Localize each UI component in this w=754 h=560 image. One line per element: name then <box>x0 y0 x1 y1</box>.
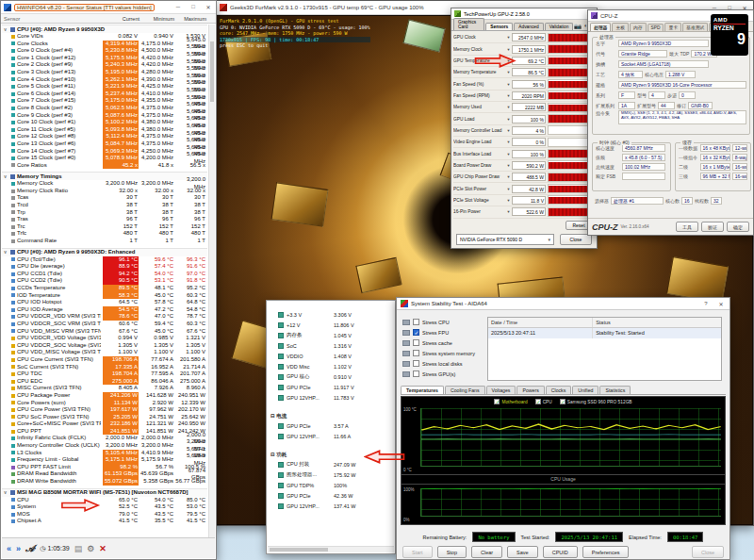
column-status[interactable]: Status <box>593 318 721 327</box>
collapse-icon[interactable]: ∨ <box>2 173 8 181</box>
sensor-row[interactable]: SoC Current (SVI3 TFN) 17.335 A 16.952 A… <box>2 364 207 371</box>
checkbox[interactable] <box>413 319 419 325</box>
close-icon[interactable]: ✕ <box>716 301 726 307</box>
sensor-item[interactable]: GPU PCIe 11.917 V <box>267 382 395 392</box>
camera-icon[interactable]: 📷 <box>574 23 582 29</box>
gpuz-sensor-row[interactable]: Memory Controller Load ▼ 4 % <box>453 125 595 137</box>
cpuz-tab[interactable]: 主板 <box>612 23 629 31</box>
stability-tab[interactable]: Temperatures <box>401 386 444 394</box>
sensor-group-header[interactable]: ⊟ 电流 <box>267 411 395 420</box>
report-icon[interactable]: ▤ <box>74 544 83 553</box>
chevron-down-icon[interactable]: ▼ <box>505 93 512 98</box>
stability-button[interactable]: Stop <box>437 546 467 558</box>
stability-tab[interactable]: Statistics <box>599 386 631 394</box>
settings-gear-icon[interactable]: ⚙ <box>87 544 94 553</box>
sensor-row[interactable]: Tras 96 T 96 T 96 T <box>2 216 207 223</box>
sensor-item[interactable]: GPU 12VHP... 11.66 A <box>267 431 395 441</box>
gpuz-sensor-row[interactable]: PCIe Slot Power ▼ 42.8 W <box>453 183 595 194</box>
sensor-row[interactable]: Memory Clock 3,200.0 MHz 3,200.0 MHz 3,2… <box>2 180 207 188</box>
legend-checkbox[interactable] <box>560 399 566 404</box>
sensor-row[interactable]: Memory Clock Ratio 32.00 x 32.00 x 32.00… <box>2 188 207 195</box>
sensor-row[interactable]: Trfc 480 T 480 T 480 T <box>2 230 207 238</box>
column-minimum[interactable]: Minimum <box>139 16 174 22</box>
gpuz-sensor-row[interactable]: 16-Pin Power ▼ 522.6 W <box>453 206 595 218</box>
close-sensors-icon[interactable]: ✕ <box>99 544 107 553</box>
stress-checkbox-row[interactable]: Stress CPU <box>402 317 475 327</box>
sensor-row[interactable]: Core 15 Clock (perf #0) 5,078.9 MHz 4,20… <box>2 155 207 162</box>
legend-item[interactable]: Samsung SSD 960 PRO 512GB <box>560 399 632 404</box>
minimize-icon[interactable]: ─ <box>173 4 183 10</box>
sensor-row[interactable]: CPU Package Power 241.206 W 141.628 W 24… <box>2 392 207 400</box>
stability-titlebar[interactable]: System Stability Test - AIDA64 ? ✕ <box>397 298 729 310</box>
gpuz-tab[interactable]: Graphics Card <box>453 18 484 30</box>
sensor-row[interactable]: DRAM Read Bandwidth 61.153 GBps 45.639 G… <box>2 470 207 478</box>
collapse-icon[interactable]: ∨ <box>2 248 8 256</box>
gpuz-tab[interactable]: Advanced <box>514 23 543 30</box>
sensor-row[interactable]: MISC Current (SVI3 TFN) 8.405 A 7.926 A … <box>2 385 207 392</box>
checkbox[interactable] <box>413 371 419 377</box>
gpuz-sensor-row[interactable]: Board Power Draw ▼ 590.2 W <box>453 160 595 172</box>
sensor-row[interactable]: CPU IOD Hotspot 64.5 °C 57.8 °C 64.8 °C <box>2 299 207 306</box>
sensor-section-header[interactable]: ∨ CPU [#0]: AMD Ryzen 9 9950X3D: Enhance… <box>2 248 207 256</box>
chevron-down-icon[interactable]: ▼ <box>505 47 512 52</box>
gpuz-sensor-row[interactable]: Fan Speed (RPM) ▼ 2020 RPM <box>453 91 595 102</box>
checkbox[interactable] <box>413 339 419 346</box>
checkbox[interactable] <box>413 360 419 367</box>
chevron-down-icon[interactable]: ▼ <box>505 128 512 133</box>
sensor-item[interactable]: VDD Misc 1.102 V <box>267 361 395 371</box>
sensor-row[interactable]: Command Rate 1 T 1 T 1 T <box>2 238 207 245</box>
gpuz-tab[interactable]: Validation <box>545 23 574 30</box>
sensor-item[interactable]: GPU PCIe 42.36 W <box>267 490 395 501</box>
stability-button[interactable]: Clear <box>471 546 502 558</box>
stress-checkbox-row[interactable]: Stress cache <box>402 338 475 348</box>
chevron-down-icon[interactable]: ▼ <box>505 70 512 74</box>
sensor-row[interactable]: Trcd 38 T 38 T 38 T <box>2 202 207 209</box>
stability-button[interactable]: Preferences <box>582 546 630 558</box>
stability-tab[interactable]: Unified <box>572 386 598 394</box>
chevron-down-icon[interactable]: ▼ <box>505 152 512 156</box>
gpuz-sensor-row[interactable]: PCIe Slot Voltage ▼ 11.8 V <box>453 195 595 206</box>
sensor-row[interactable]: CPU IOD Average 54.5 °C 47.2 °C 54.8 °C <box>2 306 207 314</box>
tools-button[interactable]: 工具 <box>676 222 698 232</box>
close-icon[interactable]: ✕ <box>204 4 213 10</box>
sensor-row[interactable]: CPU VDDCR_VDD VRM (SVI3 TFN) 78.6 °C 47.… <box>2 313 207 321</box>
sensor-row[interactable]: CPU VDD_MISC Voltage (SVI3 TFN) 1.100 V … <box>2 349 207 356</box>
hwinfo-titlebar[interactable]: HWiNFO64 v8.20 - Sensor Status [TTI valu… <box>1 1 216 14</box>
stress-checkbox-row[interactable]: Stress local disks <box>402 358 475 369</box>
stability-tab[interactable]: Voltages <box>486 386 516 394</box>
stability-tab[interactable]: Powers <box>516 386 544 394</box>
gpuz-tab[interactable]: Sensors <box>485 23 513 30</box>
stress-checkbox-row[interactable]: Stress GPU(s) <box>402 369 475 379</box>
stability-button[interactable]: Close <box>692 546 724 558</box>
vertical-scrollbar[interactable] <box>208 25 215 537</box>
collapse-icon[interactable]: ∨ <box>2 488 8 497</box>
sensor-row[interactable]: Core+SoC+MISC Power (SVI3 TFN) 232.186 W… <box>2 420 207 428</box>
next-icon[interactable]: » <box>16 544 21 553</box>
previous-icon[interactable]: « <box>7 544 11 553</box>
gpuz-sensor-row[interactable]: GPU Clock ▼ 2547.0 MHz <box>453 32 595 43</box>
ok-button[interactable]: 确定 <box>727 222 749 232</box>
gpuz-sensor-row[interactable]: Bus Interface Load ▼ 100 % <box>453 148 595 159</box>
cpuz-tab[interactable]: 显卡 <box>664 23 681 31</box>
sensor-row[interactable]: CCDs Temperature 89.5 °C 48.1 °C 95.2 °C <box>2 285 207 292</box>
maximize-icon[interactable]: □ <box>188 4 198 10</box>
sensor-row[interactable]: CPU Core Power (SVI3 TFN) 197.617 W 97.9… <box>2 406 207 414</box>
checkbox[interactable] <box>413 350 419 356</box>
legend-item[interactable]: Motherboard <box>494 399 527 404</box>
gpuz-sensor-row[interactable]: GPU Chip Power Draw ▼ 488.5 W <box>453 172 595 183</box>
sensor-item[interactable]: GPU 12VHP... 11.783 V <box>267 392 395 403</box>
sensor-row[interactable]: CPU EDC 275.000 A 86.046 A 275.000 A <box>2 378 207 386</box>
collapse-icon[interactable]: ∨ <box>2 25 8 34</box>
sensor-row[interactable]: CPU TDC 198.704 A 77.595 A 201.707 A <box>2 371 207 378</box>
stability-tab[interactable]: Clocks <box>546 386 572 394</box>
processor-selector-dropdown[interactable]: 处理器 #1 <box>611 197 664 205</box>
sensor-item[interactable]: GPU 12VHP... 137.41 W <box>267 501 395 511</box>
sensor-item[interactable]: +3.3 V 3.306 V <box>267 309 395 320</box>
chevron-down-icon[interactable]: ▼ <box>505 187 512 191</box>
column-date-time[interactable]: Date / Time <box>488 318 593 327</box>
sensor-row[interactable]: CPU VDDCR_SOC VRM (SVI3 TFN) 60.6 °C 59.… <box>2 321 207 328</box>
cpuz-tab[interactable]: SPD <box>647 24 664 31</box>
cpuz-tab[interactable]: 处理器 <box>590 23 611 31</box>
cpuz-tab[interactable]: 基准测试 <box>682 23 708 31</box>
cpuz-tab[interactable]: 内存 <box>630 23 647 31</box>
